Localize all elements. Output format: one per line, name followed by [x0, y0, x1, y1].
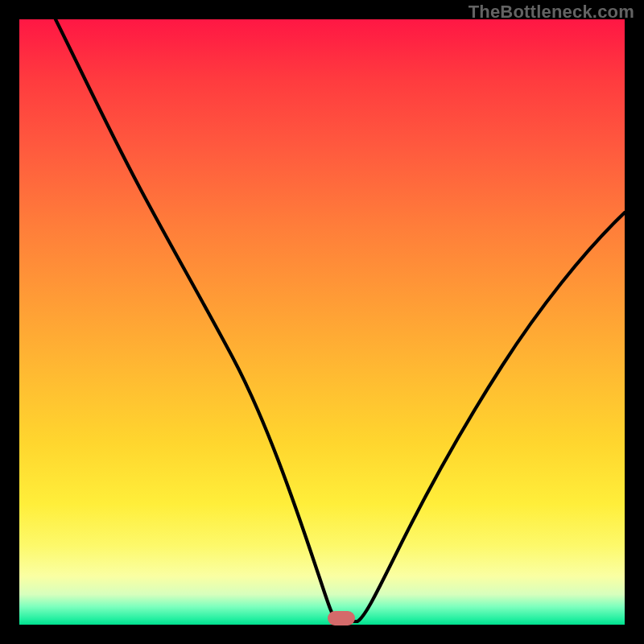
curve-path: [56, 19, 625, 621]
optimal-marker: [328, 611, 355, 625]
chart-container: TheBottleneck.com: [0, 0, 644, 644]
bottleneck-curve: [19, 19, 625, 625]
plot-area: [19, 19, 625, 625]
